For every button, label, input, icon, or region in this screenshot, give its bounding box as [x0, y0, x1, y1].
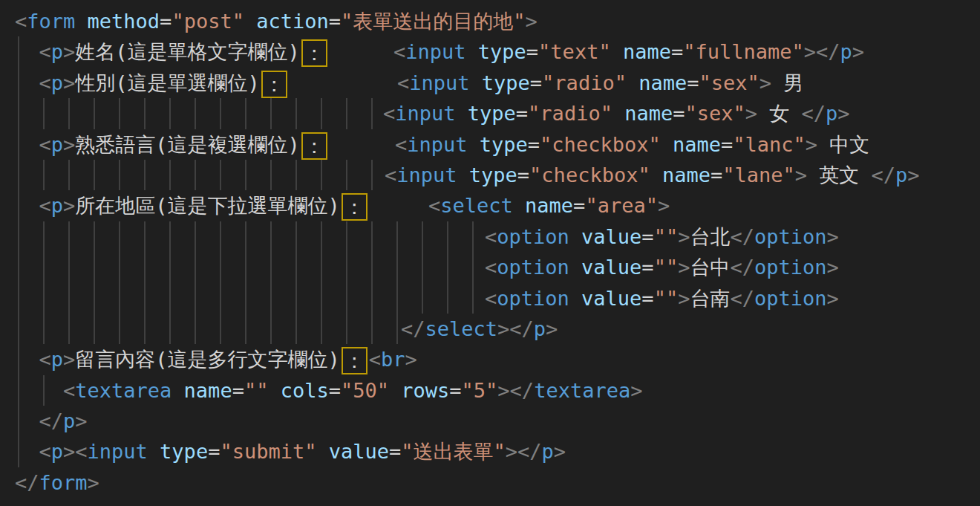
code-token-tag: p	[51, 194, 63, 217]
code-token-eq: =	[710, 163, 722, 186]
code-token-txt: 台中	[690, 256, 730, 279]
code-token-str: ""	[654, 287, 679, 310]
code-segment: </select></p>	[401, 314, 558, 344]
code-line[interactable]: </p>	[15, 406, 980, 436]
code-token-pun: <	[393, 40, 405, 63]
code-editor[interactable]: <form method="post" action="表單送出的目的地"> <…	[0, 0, 980, 506]
indent-guide	[18, 314, 19, 344]
code-segment: <p>留言內容(這是多行文字欄位)：<br>	[15, 348, 417, 371]
code-line[interactable]: <p>姓名(這是單格文字欄位)：<input type="text" name=…	[15, 36, 980, 67]
code-token-pun: >	[826, 225, 838, 248]
code-line[interactable]: <option value="">台中</option>	[15, 252, 980, 282]
code-token-attr: rows	[401, 379, 449, 402]
indent-guide	[195, 98, 196, 129]
code-token-pun: </	[872, 163, 896, 186]
indent-guide	[18, 436, 19, 467]
indent-guide	[68, 252, 70, 282]
code-line[interactable]: <form method="post" action="表單送出的目的地">	[15, 6, 980, 36]
code-token-tag: option	[497, 287, 569, 310]
code-token-eq: =	[329, 379, 341, 402]
indent-guide	[195, 283, 196, 314]
indent-guide	[321, 283, 322, 314]
indent-guide	[371, 221, 373, 252]
indent-guide	[18, 129, 19, 160]
code-token-pun: >	[745, 102, 757, 125]
code-token-str: ""	[654, 225, 679, 248]
code-token-attr: name	[673, 133, 721, 156]
code-token-tag: input	[407, 133, 467, 156]
indent-guide	[18, 160, 19, 190]
code-line[interactable]: <option value="">台南</option>	[15, 283, 980, 314]
code-line[interactable]: <input type="radio" name="sex"> 女 </p>	[15, 98, 980, 129]
code-token-tag: input	[409, 71, 469, 94]
code-token-eq: =	[687, 71, 699, 94]
code-line[interactable]: <p><input type="submit" value="送出表單"></p…	[15, 436, 980, 467]
code-token-pun: <	[39, 40, 51, 63]
code-segment: <p>熟悉語言(這是複選欄位)：	[15, 133, 329, 156]
code-token-tag: p	[840, 40, 852, 63]
code-segment: <p>性別(這是單選欄位)：	[15, 71, 289, 94]
code-token-attr: value	[581, 256, 641, 279]
code-token-tag: option	[754, 256, 827, 279]
code-token-tag: p	[826, 102, 837, 125]
indent-guide	[396, 252, 398, 282]
code-token-pun: </	[730, 287, 754, 310]
code-token-attr: name	[525, 194, 573, 217]
indent-guide	[144, 252, 146, 282]
indent-guide	[346, 283, 347, 314]
indent-guide	[18, 344, 19, 374]
code-line[interactable]: <textarea name="" cols="50" rows="5"></t…	[15, 375, 980, 406]
indent-guide	[94, 160, 95, 190]
code-token-txt: 留言內容(這是多行文字欄位)	[75, 348, 340, 371]
code-token-pun: </	[730, 225, 754, 248]
code-token-tag: p	[51, 348, 63, 371]
code-token-pun: >	[826, 256, 838, 279]
code-line[interactable]: </form>	[15, 467, 980, 498]
code-line[interactable]: <p>留言內容(這是多行文字欄位)：<br>	[15, 344, 980, 374]
code-token-pun: </	[802, 102, 826, 125]
code-token-txt: 台北	[690, 225, 730, 248]
indent-guide	[295, 221, 297, 252]
code-line[interactable]: <input type="checkbox" name="lane"> 英文 <…	[15, 160, 980, 190]
code-line[interactable]: <p>所在地區(這是下拉選單欄位)：<select name="area">	[15, 190, 980, 221]
code-line[interactable]: </select></p>	[15, 314, 980, 344]
indent-guide	[422, 221, 423, 252]
indent-guide	[447, 283, 448, 314]
indent-guide	[220, 252, 221, 282]
code-token-pun: <	[485, 287, 497, 310]
unicode-highlight-colon: ：	[301, 39, 327, 67]
unicode-highlight-colon: ：	[261, 71, 287, 98]
indent-guide	[472, 252, 474, 282]
code-line[interactable]: <p>性別(這是單選欄位)：<input type="radio" name="…	[15, 68, 980, 98]
indent-guide	[144, 283, 146, 314]
code-token-tag: br	[381, 348, 405, 371]
indent-guide	[220, 283, 221, 314]
code-token-txt	[268, 379, 280, 402]
code-token-attr: type	[478, 40, 526, 63]
code-token-pun: >	[630, 379, 642, 402]
code-token-pun: <	[485, 225, 497, 248]
code-token-pun: </	[730, 256, 754, 279]
code-token-attr: type	[480, 133, 528, 156]
indent-guide	[396, 314, 398, 344]
code-segment: </p>	[15, 409, 88, 432]
code-token-pun: >	[75, 409, 87, 432]
code-line[interactable]: <p>熟悉語言(這是複選欄位)：<input type="checkbox" n…	[15, 129, 980, 160]
code-segment: <option value="">台中</option>	[485, 252, 839, 282]
code-token-pun: >	[658, 194, 670, 217]
code-token-attr: name	[624, 102, 673, 125]
code-token-tag: p	[51, 40, 63, 63]
code-token-pun: <	[485, 256, 497, 279]
indent-guide	[195, 252, 196, 282]
indent-guide	[18, 283, 19, 314]
indent-guide	[220, 98, 221, 129]
indent-guide	[144, 160, 146, 190]
indent-guide	[43, 314, 45, 344]
code-token-eq: =	[526, 40, 538, 63]
code-token-tag: form	[27, 10, 75, 33]
indent-guide	[447, 252, 448, 282]
code-line[interactable]: <option value="">台北</option>	[15, 221, 980, 252]
code-token-eq: =	[517, 163, 529, 186]
code-token-pun: >	[546, 317, 558, 340]
indent-guide	[371, 252, 373, 282]
